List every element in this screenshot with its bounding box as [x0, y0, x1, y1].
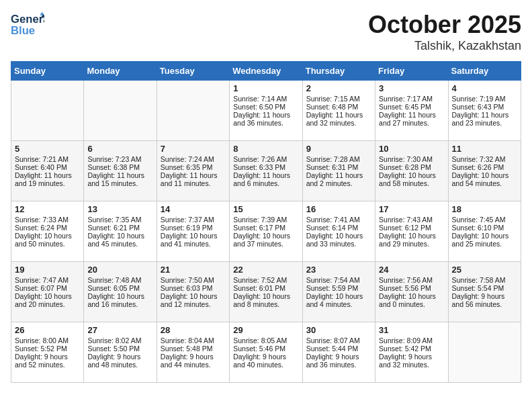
sunset-text: Sunset: 6:33 PM — [233, 163, 298, 171]
sunrise-text: Sunrise: 7:21 AM — [15, 155, 80, 163]
daylight-text: Daylight: 11 hours and 6 minutes. — [233, 171, 298, 187]
sunset-text: Sunset: 5:48 PM — [161, 345, 226, 353]
col-saturday: Saturday — [448, 62, 521, 81]
day-number: 30 — [306, 325, 371, 335]
daylight-text: Daylight: 11 hours and 23 minutes. — [452, 111, 517, 127]
sunset-text: Sunset: 5:50 PM — [87, 345, 152, 353]
sunset-text: Sunset: 6:05 PM — [87, 284, 152, 292]
sunset-text: Sunset: 5:56 PM — [379, 284, 444, 292]
sunrise-text: Sunrise: 7:28 AM — [306, 155, 371, 163]
calendar-cell: 13Sunrise: 7:35 AMSunset: 6:21 PMDayligh… — [84, 201, 157, 262]
daylight-text: Daylight: 11 hours and 36 minutes. — [233, 111, 298, 127]
sunrise-text: Sunrise: 7:19 AM — [452, 95, 517, 103]
calendar-cell — [11, 81, 84, 141]
calendar-cell: 23Sunrise: 7:54 AMSunset: 5:59 PMDayligh… — [302, 262, 375, 322]
calendar-week-row: 12Sunrise: 7:33 AMSunset: 6:24 PMDayligh… — [11, 201, 521, 262]
calendar-week-row: 5Sunrise: 7:21 AMSunset: 6:40 PMDaylight… — [11, 141, 521, 201]
logo-svg: General Blue — [11, 11, 44, 38]
calendar-cell: 10Sunrise: 7:30 AMSunset: 6:28 PMDayligh… — [375, 141, 448, 201]
col-thursday: Thursday — [302, 62, 375, 81]
day-number: 3 — [379, 83, 444, 93]
col-monday: Monday — [84, 62, 157, 81]
daylight-text: Daylight: 9 hours and 32 minutes. — [379, 353, 444, 369]
sunrise-text: Sunrise: 7:58 AM — [452, 276, 517, 284]
day-number: 10 — [379, 144, 444, 154]
sunrise-text: Sunrise: 8:00 AM — [15, 336, 80, 345]
sunset-text: Sunset: 6:43 PM — [452, 103, 517, 111]
sunset-text: Sunset: 6:45 PM — [379, 103, 444, 111]
calendar-cell: 29Sunrise: 8:05 AMSunset: 5:46 PMDayligh… — [230, 322, 302, 383]
sunrise-text: Sunrise: 8:09 AM — [379, 336, 444, 345]
calendar-cell: 25Sunrise: 7:58 AMSunset: 5:54 PMDayligh… — [448, 262, 521, 322]
daylight-text: Daylight: 10 hours and 54 minutes. — [452, 171, 517, 187]
day-number: 9 — [306, 144, 371, 154]
sunset-text: Sunset: 6:38 PM — [87, 163, 152, 171]
col-tuesday: Tuesday — [157, 62, 229, 81]
calendar-cell — [157, 81, 229, 141]
sunrise-text: Sunrise: 7:15 AM — [306, 95, 371, 103]
page-header: General Blue October 2025 Talshik, Kazak… — [11, 11, 521, 53]
calendar-week-row: 1Sunrise: 7:14 AMSunset: 6:50 PMDaylight… — [11, 81, 521, 141]
calendar-cell: 22Sunrise: 7:52 AMSunset: 6:01 PMDayligh… — [230, 262, 302, 322]
sunset-text: Sunset: 5:54 PM — [452, 284, 517, 292]
daylight-text: Daylight: 11 hours and 11 minutes. — [161, 171, 226, 187]
day-number: 24 — [379, 265, 444, 275]
sunrise-text: Sunrise: 7:26 AM — [233, 155, 298, 163]
calendar-cell: 27Sunrise: 8:02 AMSunset: 5:50 PMDayligh… — [84, 322, 157, 383]
calendar-cell: 8Sunrise: 7:26 AMSunset: 6:33 PMDaylight… — [230, 141, 302, 201]
calendar-cell: 24Sunrise: 7:56 AMSunset: 5:56 PMDayligh… — [375, 262, 448, 322]
sunset-text: Sunset: 6:21 PM — [87, 224, 152, 232]
svg-text:Blue: Blue — [11, 24, 35, 37]
calendar-week-row: 19Sunrise: 7:47 AMSunset: 6:07 PMDayligh… — [11, 262, 521, 322]
calendar-cell: 1Sunrise: 7:14 AMSunset: 6:50 PMDaylight… — [230, 81, 302, 141]
sunrise-text: Sunrise: 7:24 AM — [161, 155, 226, 163]
sunrise-text: Sunrise: 7:52 AM — [233, 276, 298, 284]
day-number: 5 — [15, 144, 80, 154]
sunrise-text: Sunrise: 7:50 AM — [161, 276, 226, 284]
daylight-text: Daylight: 10 hours and 33 minutes. — [306, 232, 371, 248]
sunrise-text: Sunrise: 7:48 AM — [87, 276, 152, 284]
day-number: 27 — [87, 325, 152, 335]
day-number: 13 — [87, 204, 152, 214]
day-number: 20 — [87, 265, 152, 275]
daylight-text: Daylight: 9 hours and 36 minutes. — [306, 353, 371, 369]
col-wednesday: Wednesday — [230, 62, 302, 81]
sunset-text: Sunset: 6:26 PM — [452, 163, 517, 171]
daylight-text: Daylight: 9 hours and 52 minutes. — [15, 353, 80, 369]
calendar-cell: 30Sunrise: 8:07 AMSunset: 5:44 PMDayligh… — [302, 322, 375, 383]
daylight-text: Daylight: 9 hours and 48 minutes. — [87, 353, 152, 369]
sunrise-text: Sunrise: 7:56 AM — [379, 276, 444, 284]
day-number: 31 — [379, 325, 444, 335]
day-number: 11 — [452, 144, 517, 154]
calendar-cell: 19Sunrise: 7:47 AMSunset: 6:07 PMDayligh… — [11, 262, 84, 322]
calendar-cell: 18Sunrise: 7:45 AMSunset: 6:10 PMDayligh… — [448, 201, 521, 262]
daylight-text: Daylight: 11 hours and 19 minutes. — [15, 171, 80, 187]
calendar-header-row: Sunday Monday Tuesday Wednesday Thursday… — [11, 62, 521, 81]
sunrise-text: Sunrise: 7:41 AM — [306, 216, 371, 224]
logo: General Blue — [11, 11, 44, 38]
sunset-text: Sunset: 6:12 PM — [379, 224, 444, 232]
sunrise-text: Sunrise: 8:05 AM — [233, 336, 298, 345]
daylight-text: Daylight: 11 hours and 32 minutes. — [306, 111, 371, 127]
calendar-cell: 4Sunrise: 7:19 AMSunset: 6:43 PMDaylight… — [448, 81, 521, 141]
sunrise-text: Sunrise: 8:04 AM — [161, 336, 226, 345]
calendar-cell: 20Sunrise: 7:48 AMSunset: 6:05 PMDayligh… — [84, 262, 157, 322]
day-number: 1 — [233, 83, 298, 93]
calendar-cell — [84, 81, 157, 141]
calendar-cell — [448, 322, 521, 383]
sunset-text: Sunset: 6:17 PM — [233, 224, 298, 232]
sunrise-text: Sunrise: 7:30 AM — [379, 155, 444, 163]
calendar-cell: 5Sunrise: 7:21 AMSunset: 6:40 PMDaylight… — [11, 141, 84, 201]
sunset-text: Sunset: 6:31 PM — [306, 163, 371, 171]
daylight-text: Daylight: 11 hours and 27 minutes. — [379, 111, 444, 127]
sunset-text: Sunset: 6:48 PM — [306, 103, 371, 111]
daylight-text: Daylight: 10 hours and 16 minutes. — [87, 292, 152, 308]
sunset-text: Sunset: 5:52 PM — [15, 345, 80, 353]
daylight-text: Daylight: 10 hours and 29 minutes. — [379, 232, 444, 248]
daylight-text: Daylight: 10 hours and 25 minutes. — [452, 232, 517, 248]
daylight-text: Daylight: 10 hours and 4 minutes. — [306, 292, 371, 308]
calendar-cell: 2Sunrise: 7:15 AMSunset: 6:48 PMDaylight… — [302, 81, 375, 141]
day-number: 19 — [15, 265, 80, 275]
calendar-cell: 11Sunrise: 7:32 AMSunset: 6:26 PMDayligh… — [448, 141, 521, 201]
daylight-text: Daylight: 10 hours and 20 minutes. — [15, 292, 80, 308]
